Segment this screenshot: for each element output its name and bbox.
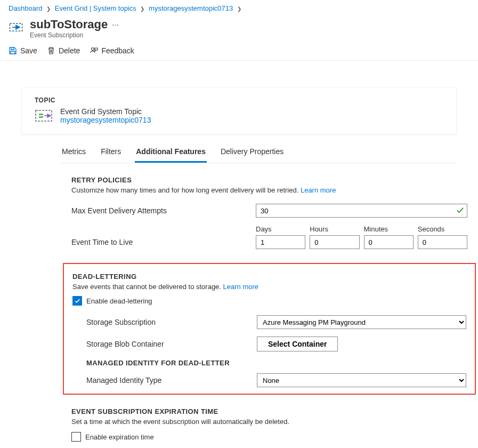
content-panel: RETRY POLICIES Customize how many times … <box>71 176 467 442</box>
feedback-label: Feedback <box>101 46 134 55</box>
breadcrumb-link-eventgrid[interactable]: Event Grid | System topics <box>55 4 136 12</box>
delete-icon <box>47 46 55 55</box>
tab-additional-features[interactable]: Additional Features <box>135 142 207 163</box>
chevron-right-icon: ❯ <box>140 6 144 12</box>
breadcrumb-link-topic[interactable]: mystoragesystemtopic0713 <box>149 4 233 12</box>
svg-rect-3 <box>39 114 43 115</box>
check-icon <box>456 206 464 214</box>
save-icon <box>9 46 17 55</box>
event-grid-topic-icon <box>35 108 53 123</box>
managed-identity-title: MANAGED IDENTITY FOR DEAD-LETTER <box>86 359 466 367</box>
ttl-minutes-label: Minutes <box>364 225 414 233</box>
select-container-button[interactable]: Select Container <box>257 337 338 351</box>
topic-card: TOPIC Event Grid System Topic mystorages… <box>21 87 457 134</box>
tab-delivery-properties[interactable]: Delivery Properties <box>220 142 285 163</box>
command-bar: Save Delete Feedback <box>0 45 478 61</box>
ttl-minutes-input[interactable] <box>364 235 414 249</box>
chevron-right-icon: ❯ <box>237 6 241 12</box>
ttl-days-input[interactable] <box>256 235 305 249</box>
ttl-days-label: Days <box>256 225 305 233</box>
subscription-icon <box>9 20 23 35</box>
storage-subscription-label: Storage Subscription <box>86 318 257 326</box>
dead-learn-more-link[interactable]: Learn more <box>223 283 258 291</box>
breadcrumb: Dashboard ❯ Event Grid | System topics ❯… <box>0 0 478 14</box>
expiration-desc: Set a time at which the event subscripti… <box>71 418 467 426</box>
enable-dead-lettering-checkbox[interactable] <box>72 296 82 306</box>
retry-learn-more-link[interactable]: Learn more <box>301 186 336 194</box>
enable-expiration-checkbox[interactable] <box>71 432 81 442</box>
tab-metrics[interactable]: Metrics <box>61 142 87 163</box>
storage-subscription-select[interactable]: Azure Messaging PM Playground <box>257 315 466 329</box>
expiration-title: EVENT SUBSCRIPTION EXPIRATION TIME <box>71 407 467 415</box>
retry-policies-desc: Customize how many times and for how lon… <box>71 186 467 194</box>
dead-lettering-title: DEAD-LETTERING <box>72 273 466 281</box>
enable-dead-lettering-label: Enable dead-lettering <box>86 297 152 305</box>
managed-identity-type-label: Managed Identity Type <box>86 376 257 385</box>
svg-rect-4 <box>39 116 43 118</box>
delete-button[interactable]: Delete <box>47 46 80 55</box>
delete-label: Delete <box>59 46 80 55</box>
max-attempts-input[interactable] <box>256 204 467 218</box>
ttl-hours-input[interactable] <box>310 235 359 249</box>
topic-type: Event Grid System Topic <box>60 107 151 116</box>
page-header: subToStorage ⋯ Event Subscription <box>0 14 478 45</box>
managed-identity-type-select[interactable]: None <box>257 373 466 387</box>
ttl-seconds-input[interactable] <box>418 235 467 249</box>
topic-label: TOPIC <box>35 97 443 104</box>
chevron-right-icon: ❯ <box>46 6 51 12</box>
retry-policies-title: RETRY POLICIES <box>71 176 467 184</box>
tabs: Metrics Filters Additional Features Deli… <box>61 142 457 163</box>
tab-filters[interactable]: Filters <box>100 142 122 163</box>
breadcrumb-link-dashboard[interactable]: Dashboard <box>9 4 43 12</box>
storage-blob-container-label: Storage Blob Container <box>86 340 257 348</box>
save-button[interactable]: Save <box>9 46 37 55</box>
dead-lettering-section: DEAD-LETTERING Save events that cannot b… <box>63 263 476 395</box>
feedback-button[interactable]: Feedback <box>90 46 134 55</box>
ttl-seconds-label: Seconds <box>418 225 467 233</box>
dead-lettering-desc: Save events that cannot be delivered to … <box>72 283 466 291</box>
page-subtitle: Event Subscription <box>30 31 119 39</box>
ttl-label: Event Time to Live <box>71 238 256 246</box>
save-label: Save <box>20 46 37 55</box>
ttl-labels: Days Hours Minutes Seconds <box>256 225 467 233</box>
max-attempts-label: Max Event Delivery Attempts <box>71 206 256 215</box>
page-title: subToStorage <box>30 18 108 31</box>
feedback-icon <box>90 46 98 55</box>
enable-expiration-label: Enable expiration time <box>85 433 154 441</box>
checkmark-icon <box>74 298 81 305</box>
topic-link[interactable]: mystoragesystemtopic0713 <box>60 116 151 124</box>
more-button[interactable]: ⋯ <box>112 21 119 29</box>
svg-point-1 <box>92 48 94 51</box>
ttl-hours-label: Hours <box>310 225 359 233</box>
